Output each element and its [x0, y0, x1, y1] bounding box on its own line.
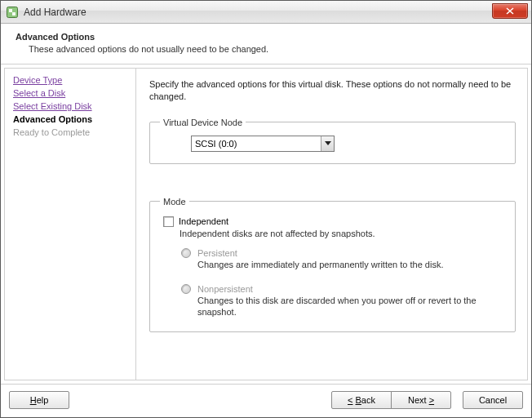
- independent-desc: Independent disks are not affected by sn…: [180, 229, 502, 238]
- main-panel: Specify the advanced options for this vi…: [136, 68, 528, 380]
- independent-checkbox[interactable]: [163, 216, 174, 227]
- back-button[interactable]: < Back: [331, 391, 392, 409]
- wizard-footer: Help < Back Next > Cancel: [1, 384, 531, 417]
- nonpersistent-desc: Changes to this disk are discarded when …: [197, 295, 502, 319]
- page-title: Advanced Options: [16, 32, 516, 42]
- persistent-radio: [181, 248, 191, 258]
- independent-label: Independent: [179, 216, 228, 226]
- step-device-type[interactable]: Device Type: [13, 75, 127, 85]
- virtual-device-node-select[interactable]: SCSI (0:0): [191, 136, 335, 152]
- cancel-button[interactable]: Cancel: [463, 391, 523, 409]
- persistent-label: Persistent: [197, 248, 237, 258]
- titlebar: Add Hardware: [1, 1, 531, 24]
- window-title: Add Hardware: [24, 7, 86, 18]
- next-button[interactable]: Next >: [391, 391, 451, 409]
- add-hardware-window: Add Hardware Advanced Options These adva…: [0, 0, 532, 418]
- steps-sidebar: Device Type Select a Disk Select Existin…: [4, 68, 136, 380]
- help-button[interactable]: Help: [9, 391, 69, 409]
- persistent-desc: Changes are immediately and permanently …: [197, 259, 502, 271]
- dropdown-arrow-icon: [321, 136, 334, 151]
- close-icon: [506, 7, 514, 15]
- wizard-body: Device Type Select a Disk Select Existin…: [1, 64, 531, 384]
- vdn-value: SCSI (0:0): [195, 139, 237, 149]
- wizard-header: Advanced Options These advanced options …: [1, 24, 531, 64]
- nonpersistent-label: Nonpersistent: [197, 284, 253, 294]
- page-subtitle: These advanced options do not usually ne…: [16, 44, 516, 54]
- nonpersistent-radio: [181, 284, 191, 294]
- intro-text: Specify the advanced options for this vi…: [149, 78, 516, 103]
- svg-rect-2: [12, 12, 16, 16]
- virtual-device-node-group: Virtual Device Node SCSI (0:0): [149, 118, 516, 164]
- svg-rect-1: [9, 9, 12, 12]
- vdn-legend: Virtual Device Node: [160, 118, 246, 127]
- app-icon: [6, 6, 19, 19]
- close-button[interactable]: [492, 3, 528, 19]
- mode-group: Mode Independent Independent disks are n…: [149, 197, 516, 333]
- help-text: elp: [37, 395, 49, 405]
- mode-legend: Mode: [160, 197, 189, 207]
- step-ready-to-complete: Ready to Complete: [13, 127, 127, 137]
- step-advanced-options: Advanced Options: [13, 114, 127, 124]
- step-select-disk[interactable]: Select a Disk: [13, 88, 127, 98]
- step-select-existing-disk[interactable]: Select Existing Disk: [13, 101, 127, 111]
